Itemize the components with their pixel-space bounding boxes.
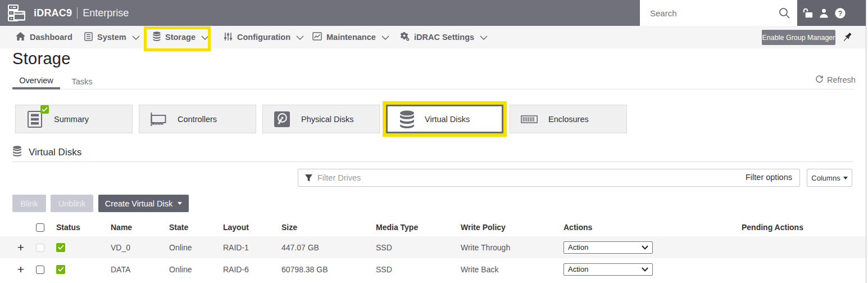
nav-label: System — [97, 33, 126, 42]
cell-write-policy: Write Back — [461, 258, 563, 280]
cell-size: 60798.38 GB — [281, 258, 376, 280]
col-header-status: Status — [52, 218, 111, 236]
brand: iDRAC9 Enterprise — [7, 3, 129, 23]
virtual-disks-icon — [12, 146, 22, 159]
card-label: Controllers — [178, 115, 217, 124]
cell-layout: RAID-1 — [223, 236, 281, 258]
configuration-icon — [224, 32, 233, 43]
card-physical-disks[interactable]: Physical Disks — [262, 105, 380, 133]
enable-group-manager-button[interactable]: Enable Group Manager — [762, 30, 835, 45]
action-dropdown[interactable]: Action — [563, 263, 653, 276]
refresh-button[interactable]: Refresh — [815, 75, 856, 85]
card-controllers[interactable]: Controllers — [139, 105, 256, 133]
nav-item-configuration[interactable]: Configuration — [224, 26, 304, 48]
nav-label: Configuration — [237, 33, 290, 42]
summary-status-ok-icon — [40, 105, 49, 114]
tab-bar-rule — [12, 89, 853, 89]
row-checkbox[interactable] — [36, 266, 44, 274]
card-label: Summary — [54, 115, 89, 124]
nav-item-dashboard[interactable]: Dashboard — [16, 26, 72, 48]
col-header-size: Size — [281, 218, 376, 236]
col-header-name: Name — [111, 218, 169, 236]
expand-row-button[interactable]: + — [10, 241, 31, 253]
col-header-media-type: Media Type — [376, 218, 461, 236]
maintenance-icon — [312, 32, 322, 42]
nav-item-system[interactable]: System — [84, 26, 140, 48]
enclosures-icon — [521, 110, 538, 128]
nav-label: Maintenance — [326, 33, 376, 42]
action-dropdown[interactable]: Action — [563, 241, 653, 254]
top-bar-utility: ? — [797, 0, 866, 26]
main-nav: Dashboard System — [0, 26, 866, 48]
cell-state: Online — [169, 236, 223, 258]
create-virtual-disk-label: Create Virtual Disk — [105, 199, 173, 208]
section-divider — [12, 161, 853, 162]
pin-icon[interactable] — [841, 31, 853, 43]
scrollbar-track[interactable] — [866, 0, 868, 283]
filter-options-link[interactable]: Filter options — [746, 173, 792, 182]
brand-name: iDRAC9 — [34, 7, 72, 19]
tab-tasks[interactable]: Tasks — [66, 73, 98, 89]
search-box — [640, 0, 797, 26]
table-header-row: Status Name State Layout Size Media Type… — [0, 218, 866, 236]
unlock-icon[interactable] — [801, 7, 814, 19]
caret-down-icon — [843, 177, 848, 179]
nav-item-storage[interactable]: Storage — [153, 26, 209, 48]
physical-disks-icon — [274, 110, 290, 128]
page-title: Storage — [12, 50, 71, 68]
controllers-icon — [150, 110, 167, 128]
nav-label: iDRAC Settings — [414, 33, 474, 42]
idrac-settings-icon — [400, 32, 410, 43]
brand-separator — [77, 7, 78, 19]
cell-media-type: SSD — [376, 258, 461, 280]
nav-item-idrac-settings[interactable]: iDRAC Settings — [400, 26, 488, 48]
brand-edition: Enterprise — [83, 7, 129, 19]
section-header: Virtual Disks — [12, 146, 81, 159]
summary-icon — [26, 110, 43, 128]
idrac-storage-page: iDRAC9 Enterprise — [0, 0, 868, 283]
col-header-state: State — [169, 218, 223, 236]
card-summary[interactable]: Summary — [15, 105, 133, 133]
cell-name: DATA — [111, 258, 169, 280]
cell-layout: RAID-6 — [223, 258, 281, 280]
chevron-down-icon — [480, 33, 488, 42]
expand-row-button[interactable]: + — [10, 263, 31, 275]
chevron-down-icon — [296, 33, 304, 42]
user-icon[interactable] — [817, 7, 830, 19]
chevron-down-icon — [381, 33, 389, 42]
status-ok-icon — [56, 265, 65, 274]
cell-pending-actions — [742, 258, 866, 280]
refresh-label: Refresh — [827, 75, 856, 84]
card-enclosures[interactable]: Enclosures — [510, 105, 627, 133]
columns-dropdown-button[interactable]: Columns — [807, 169, 852, 187]
search-input[interactable] — [640, 0, 797, 26]
virtual-disks-icon — [398, 110, 415, 128]
cell-size: 447.07 GB — [281, 236, 376, 258]
col-header-layout: Layout — [223, 218, 281, 236]
nav-item-maintenance[interactable]: Maintenance — [312, 26, 389, 48]
caret-down-icon — [178, 202, 182, 205]
card-virtual-disks[interactable]: Virtual Disks — [386, 105, 503, 133]
row-checkbox-disabled — [36, 244, 44, 252]
refresh-icon — [815, 75, 824, 85]
status-ok-icon — [56, 243, 65, 252]
card-label: Enclosures — [548, 115, 589, 124]
chevron-down-icon — [201, 33, 209, 42]
tab-overview[interactable]: Overview — [12, 73, 60, 89]
filter-icon — [305, 174, 313, 185]
top-bar: iDRAC9 Enterprise — [0, 0, 866, 26]
table-row: + VD_0 Online RAID-1 447.07 GB SSD Write… — [0, 236, 866, 258]
search-icon[interactable] — [778, 7, 790, 21]
select-all-checkbox[interactable] — [36, 223, 44, 232]
tab-bar: Overview Tasks — [0, 73, 866, 89]
help-icon[interactable]: ? — [834, 7, 846, 19]
col-header-pending-actions: Pending Actions — [742, 218, 866, 236]
blink-button[interactable]: Blink — [12, 195, 46, 212]
action-dropdown-label: Action — [568, 265, 588, 273]
cell-name: VD_0 — [111, 236, 169, 258]
idrac-logo-icon — [7, 3, 27, 23]
create-virtual-disk-button[interactable]: Create Virtual Disk — [98, 195, 189, 212]
unblink-button[interactable]: Unblink — [51, 195, 93, 212]
chevron-down-icon — [132, 33, 140, 42]
filter-drives-input[interactable] — [317, 169, 711, 186]
